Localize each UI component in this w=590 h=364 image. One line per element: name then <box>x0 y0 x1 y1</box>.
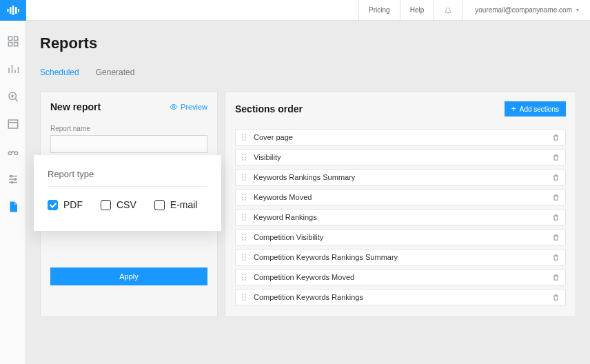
nav-pages-icon[interactable] <box>0 110 26 138</box>
checkbox-email[interactable]: E-mail <box>154 199 198 210</box>
svg-rect-6 <box>14 37 17 40</box>
svg-rect-2 <box>12 6 14 15</box>
trash-icon[interactable] <box>552 134 560 141</box>
svg-point-59 <box>245 234 246 235</box>
section-label: Keyword Rankings <box>254 213 552 221</box>
svg-point-76 <box>242 294 243 295</box>
svg-point-63 <box>245 239 246 241</box>
svg-point-26 <box>11 181 12 183</box>
trash-icon[interactable] <box>552 274 560 281</box>
nav-reports-icon[interactable] <box>0 193 26 221</box>
tab-generated[interactable]: Generated <box>96 68 135 81</box>
svg-point-80 <box>242 299 243 301</box>
checkbox-pdf-label: PDF <box>63 199 83 210</box>
drag-handle-icon[interactable] <box>241 153 247 161</box>
bell-icon <box>444 6 452 14</box>
svg-point-68 <box>242 259 243 261</box>
tab-scheduled[interactable]: Scheduled <box>40 68 79 81</box>
svg-point-33 <box>245 139 246 141</box>
drag-handle-icon[interactable] <box>241 173 247 181</box>
drag-handle-icon[interactable] <box>241 293 247 301</box>
preview-label: Preview <box>181 103 207 111</box>
section-row[interactable]: Keyword Rankings <box>235 209 566 225</box>
drag-handle-icon[interactable] <box>241 233 247 241</box>
svg-point-57 <box>245 219 246 221</box>
svg-point-52 <box>242 214 243 215</box>
section-row[interactable]: Competition Keywords Rankings Summary <box>235 249 566 265</box>
trash-icon[interactable] <box>552 214 560 221</box>
section-row[interactable]: Keywords Moved <box>235 189 566 205</box>
svg-point-67 <box>245 256 246 258</box>
section-row[interactable]: Competition Keywords Rankings <box>235 289 566 305</box>
section-row[interactable]: Competition Keywords Moved <box>235 269 566 285</box>
new-report-panel: New report Preview Report name Report ty… <box>40 91 218 317</box>
page-title: Reports <box>40 34 576 52</box>
svg-rect-8 <box>14 43 17 46</box>
section-row[interactable]: Keywords Rankings Summary <box>235 169 566 185</box>
svg-rect-0 <box>7 9 9 12</box>
svg-point-28 <box>242 134 243 135</box>
tabs: Scheduled Generated <box>40 68 576 81</box>
topbar-help[interactable]: Help <box>400 0 434 20</box>
nav-analytics-icon[interactable] <box>0 55 26 83</box>
svg-rect-1 <box>10 7 12 14</box>
svg-point-50 <box>242 199 243 201</box>
svg-point-42 <box>242 176 243 178</box>
sections-order-title: Sections order <box>235 103 303 114</box>
nav-dashboard-icon[interactable] <box>0 28 26 55</box>
svg-point-74 <box>242 279 243 281</box>
trash-icon[interactable] <box>552 234 560 241</box>
svg-point-39 <box>245 159 246 161</box>
divider <box>48 186 207 187</box>
nav-settings-icon[interactable] <box>0 165 26 193</box>
svg-point-77 <box>245 294 246 295</box>
trash-icon[interactable] <box>552 254 560 261</box>
trash-icon[interactable] <box>552 154 560 161</box>
topbar-pricing[interactable]: Pricing <box>358 0 400 20</box>
topbar-user-menu[interactable]: youremail@companyname.com ▾ <box>462 0 590 20</box>
drag-handle-icon[interactable] <box>241 253 247 261</box>
svg-point-56 <box>242 219 243 221</box>
drag-handle-icon[interactable] <box>241 213 247 221</box>
svg-point-54 <box>242 216 243 218</box>
svg-point-47 <box>245 194 246 195</box>
checkbox-pdf[interactable]: PDF <box>48 199 83 210</box>
svg-point-40 <box>242 174 243 175</box>
topbar-notifications[interactable] <box>434 0 462 20</box>
section-row[interactable]: Visibility <box>235 149 566 165</box>
section-label: Visibility <box>254 153 552 161</box>
svg-point-20 <box>14 152 18 155</box>
section-row[interactable]: Cover page <box>235 129 566 145</box>
report-name-input[interactable] <box>50 135 207 153</box>
svg-point-44 <box>242 179 243 181</box>
svg-point-25 <box>14 179 15 180</box>
svg-point-72 <box>242 276 243 278</box>
checkbox-csv-label: CSV <box>116 199 136 210</box>
checkbox-email-label: E-mail <box>170 199 198 210</box>
section-label: Competition Keywords Moved <box>254 273 552 281</box>
checkbox-icon <box>154 200 165 210</box>
checkbox-csv[interactable]: CSV <box>101 199 136 210</box>
svg-point-36 <box>242 156 243 158</box>
section-label: Keywords Rankings Summary <box>254 173 552 181</box>
svg-point-60 <box>242 236 243 238</box>
trash-icon[interactable] <box>552 174 560 181</box>
section-label: Competition Keywords Rankings Summary <box>254 253 552 261</box>
drag-handle-icon[interactable] <box>241 133 247 141</box>
trash-icon[interactable] <box>552 194 560 201</box>
add-sections-label: Add sections <box>520 105 559 113</box>
add-sections-button[interactable]: + Add sections <box>505 101 566 117</box>
svg-point-71 <box>245 274 246 275</box>
drag-handle-icon[interactable] <box>241 273 247 281</box>
app-logo[interactable] <box>0 0 26 21</box>
drag-handle-icon[interactable] <box>241 193 247 201</box>
svg-point-37 <box>245 156 246 158</box>
svg-point-41 <box>245 174 246 175</box>
section-row[interactable]: Competition Visibility <box>235 229 566 245</box>
svg-point-51 <box>245 199 246 201</box>
trash-icon[interactable] <box>552 294 560 301</box>
apply-button[interactable]: Apply <box>50 267 207 285</box>
nav-search-icon[interactable] <box>0 83 26 110</box>
preview-link[interactable]: Preview <box>170 103 207 111</box>
nav-links-icon[interactable] <box>0 138 26 165</box>
